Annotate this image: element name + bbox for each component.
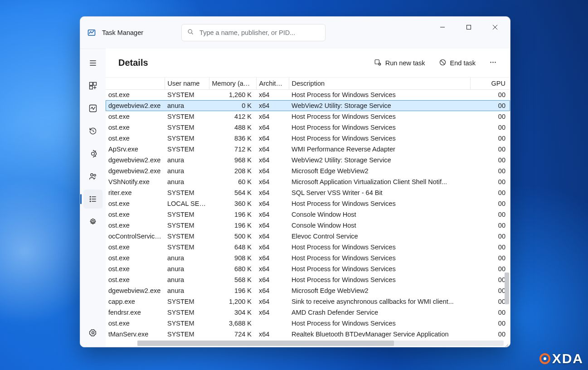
cell-desc: WebView2 Utility: Storage Service (289, 155, 470, 166)
table-row[interactable]: ost.exeSYSTEM196 Kx64Console Window Host… (106, 209, 510, 220)
cell-gpu: 00 (470, 253, 510, 263)
cell-gpu: 00 (470, 176, 510, 187)
cell-gpu: 00 (470, 274, 510, 285)
sidebar-item-processes[interactable] (83, 76, 102, 95)
table-header-row[interactable]: User name Memory (ac... Architec... Desc… (106, 78, 510, 89)
cell-name: dgewebview2.exe (106, 166, 165, 176)
cell-gpu: 00 (470, 307, 510, 318)
horizontal-scrollbar[interactable] (137, 341, 504, 346)
table-row[interactable]: dgewebview2.exeanura0 Kx64WebView2 Utili… (106, 100, 510, 111)
cell-name: capp.exe (106, 296, 165, 307)
run-task-icon (374, 58, 382, 68)
search-input[interactable] (199, 29, 320, 36)
table-row[interactable]: ost.exeSYSTEM412 Kx64Host Process for Wi… (106, 111, 510, 122)
svg-rect-12 (90, 86, 93, 89)
cell-desc: Host Process for Windows Services (289, 263, 470, 274)
more-options-button[interactable] (485, 56, 501, 70)
svg-point-21 (90, 201, 91, 202)
hamburger-button[interactable] (83, 54, 102, 73)
sidebar-item-startup[interactable] (83, 144, 102, 163)
table-row[interactable]: riter.exeSYSTEM564 Kx64SQL Server VSS Wr… (106, 187, 510, 198)
col-header-gpu[interactable]: GPU (470, 78, 510, 89)
table-row[interactable]: dgewebview2.exeanura196 Kx64Microsoft Ed… (106, 285, 510, 296)
cell-desc: SQL Server VSS Writer - 64 Bit (289, 187, 470, 198)
run-new-task-button[interactable]: Run new task (369, 56, 430, 70)
table-row[interactable]: tManServ.exeSYSTEM724 Kx64Realtek Blueto… (106, 329, 510, 340)
content-header: Details Run new task End task (106, 49, 510, 78)
table-row[interactable]: fendrsr.exeSYSTEM304 Kx64AMD Crash Defen… (106, 307, 510, 318)
table-row[interactable]: ost.exeLOCAL SER...360 Kx64Host Process … (106, 198, 510, 209)
settings-button[interactable] (83, 323, 102, 342)
cell-arch: x64 (256, 111, 289, 122)
cell-gpu: 00 (470, 231, 510, 242)
cell-desc: Host Process for Windows Services (289, 89, 470, 100)
minimize-button[interactable] (429, 17, 456, 38)
cell-name: VShNotify.exe (106, 176, 165, 187)
table-row[interactable]: ost.exeSYSTEM3,688 KHost Process for Win… (106, 318, 510, 329)
sidebar-item-performance[interactable] (83, 99, 102, 118)
cell-mem: 1,260 K (209, 89, 256, 100)
table-row[interactable]: ocControlService....SYSTEM500 Kx64Elevoc… (106, 231, 510, 242)
cell-user: SYSTEM (165, 220, 209, 231)
cell-mem: 304 K (209, 307, 256, 318)
svg-rect-4 (467, 25, 471, 29)
col-header-memory[interactable]: Memory (ac... (209, 78, 256, 89)
cell-user: SYSTEM (165, 307, 209, 318)
table-row[interactable]: ost.exeSYSTEM488 Kx64Host Process for Wi… (106, 122, 510, 133)
end-task-button[interactable]: End task (434, 56, 480, 70)
sidebar-item-services[interactable] (83, 212, 102, 231)
cell-gpu: 00 (470, 100, 510, 111)
resize-grip-icon[interactable] (504, 341, 509, 346)
table-row[interactable]: ost.exeanura568 Kx64Host Process for Win… (106, 274, 510, 285)
cell-desc: Elevoc Control Service (289, 231, 470, 242)
cell-name: ost.exe (106, 253, 165, 263)
desktop-wallpaper: Task Manager (0, 0, 588, 370)
table-row[interactable]: ApSrv.exeSYSTEM712 Kx64WMI Performance R… (106, 144, 510, 155)
col-header-description[interactable]: Description (289, 78, 470, 89)
vertical-scrollbar[interactable] (505, 273, 509, 304)
cell-desc: Host Process for Windows Services (289, 111, 470, 122)
cell-name: dgewebview2.exe (106, 155, 165, 166)
cell-desc: Console Window Host (289, 209, 470, 220)
col-header-user[interactable]: User name (165, 78, 209, 89)
maximize-button[interactable] (456, 17, 482, 38)
svg-point-26 (92, 332, 94, 334)
table-row[interactable]: capp.exeSYSTEM1,200 Kx64Sink to receive … (106, 296, 510, 307)
cell-name: ost.exe (106, 242, 165, 253)
cell-user: SYSTEM (165, 89, 209, 100)
cell-gpu: 00 (470, 122, 510, 133)
col-header-name[interactable] (106, 78, 165, 89)
cell-gpu: 00 (470, 89, 510, 100)
cell-arch: x64 (256, 274, 289, 285)
table-row[interactable]: ost.exeSYSTEM836 Kx64Host Process for Wi… (106, 133, 510, 144)
cell-name: ost.exe (106, 198, 165, 209)
cell-desc: WMI Performance Reverse Adapter (289, 144, 470, 155)
cell-user: SYSTEM (165, 231, 209, 242)
sidebar-item-users[interactable] (83, 167, 102, 186)
close-button[interactable] (482, 17, 508, 38)
svg-point-17 (91, 174, 93, 176)
sidebar-item-app-history[interactable] (83, 122, 102, 141)
table-row[interactable]: VShNotify.exeanura60 Kx64Microsoft Appli… (106, 176, 510, 187)
table-row[interactable]: ost.exeSYSTEM1,260 Kx64Host Process for … (106, 89, 510, 100)
table-row[interactable]: ost.exeanura680 Kx64Host Process for Win… (106, 263, 510, 274)
table-row[interactable]: ost.exeSYSTEM648 Kx64Host Process for Wi… (106, 242, 510, 253)
app-title: Task Manager (102, 29, 143, 36)
scrollbar-thumb[interactable] (137, 341, 394, 346)
sidebar-item-details[interactable] (83, 190, 102, 209)
cell-gpu: 00 (470, 144, 510, 155)
titlebar[interactable]: Task Manager (80, 17, 510, 49)
table-row[interactable]: dgewebview2.exeanura208 Kx64Microsoft Ed… (106, 166, 510, 176)
cell-desc: Host Process for Windows Services (289, 274, 470, 285)
cell-desc: Microsoft Edge WebView2 (289, 166, 470, 176)
page-title: Details (118, 58, 148, 68)
cell-gpu: 00 (470, 187, 510, 198)
details-table[interactable]: User name Memory (ac... Architec... Desc… (106, 78, 510, 340)
table-row[interactable]: ost.exeanura908 Kx64Host Process for Win… (106, 253, 510, 263)
search-box[interactable] (181, 24, 326, 41)
col-header-architecture[interactable]: Architec... (256, 78, 289, 89)
table-row[interactable]: dgewebview2.exeanura968 Kx64WebView2 Uti… (106, 155, 510, 166)
table-row[interactable]: ost.exeSYSTEM196 Kx64Console Window Host… (106, 220, 510, 231)
cell-mem: 208 K (209, 166, 256, 176)
cell-name: riter.exe (106, 187, 165, 198)
